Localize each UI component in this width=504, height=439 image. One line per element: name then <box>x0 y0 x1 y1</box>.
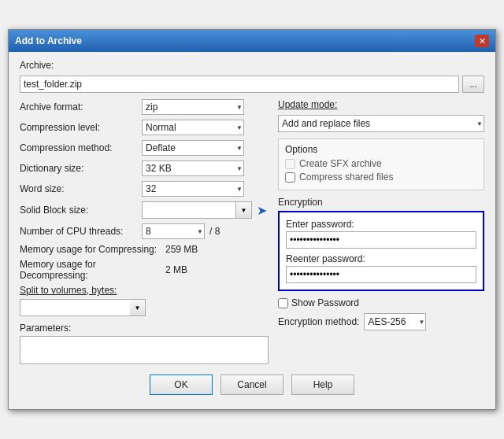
solid-block-input[interactable] <box>142 201 236 219</box>
enc-method-select[interactable]: AES-256ZipCryptoAES-128 <box>364 313 426 330</box>
dictionary-size-label: Dictionary size: <box>20 163 142 174</box>
encryption-box: Enter password: Reenter password: <box>278 211 484 291</box>
solid-block-input-wrap: ▼ ➤ <box>142 201 269 219</box>
dictionary-size-select[interactable]: 32 KB4 KB64 KB <box>142 160 244 176</box>
mem-compress-value: 259 MB <box>165 244 198 255</box>
compression-level-select-wrap: NormalStoreMaximum ▼ <box>142 120 244 135</box>
compression-method-label: Compression method: <box>20 142 142 153</box>
cpu-threads-label: Number of CPU threads: <box>20 226 142 237</box>
add-to-archive-dialog: Add to Archive ✕ Archive: ... Archive fo… <box>8 29 496 410</box>
enc-method-row: Encryption method: AES-256ZipCryptoAES-1… <box>278 313 484 330</box>
create-sfx-label: Create SFX archive <box>299 158 382 169</box>
cpu-threads-max: / 8 <box>209 226 220 237</box>
create-sfx-checkbox[interactable] <box>285 159 295 169</box>
mem-compress-row: Memory usage for Compressing: 259 MB <box>20 244 269 255</box>
split-input[interactable] <box>20 299 130 316</box>
options-section: Options Create SFX archive Compress shar… <box>278 138 484 190</box>
create-sfx-row: Create SFX archive <box>285 158 477 169</box>
mem-decompress-label: Memory usage for Decompressing: <box>20 259 165 281</box>
help-button[interactable]: Help <box>291 374 354 395</box>
browse-button[interactable]: ... <box>462 76 484 93</box>
dialog-body: Archive: ... Archive format: zip7ztar ▼ <box>9 52 495 409</box>
options-title: Options <box>285 144 477 155</box>
compress-shared-checkbox[interactable] <box>285 172 295 183</box>
enter-password-input[interactable] <box>286 231 476 249</box>
word-size-select-wrap: 321664 ▼ <box>142 181 244 197</box>
split-dropdown-btn[interactable]: ▼ <box>130 299 146 316</box>
right-column: Update mode: Add and replace files Updat… <box>278 99 484 367</box>
enc-method-label: Encryption method: <box>278 316 359 327</box>
close-button[interactable]: ✕ <box>475 35 489 47</box>
dictionary-size-select-wrap: 32 KB4 KB64 KB ▼ <box>142 160 244 176</box>
left-column: Archive format: zip7ztar ▼ Compression l… <box>20 99 269 367</box>
reenter-password-label: Reenter password: <box>286 253 476 264</box>
word-size-label: Word size: <box>20 183 142 194</box>
archive-input[interactable] <box>20 76 459 93</box>
update-mode-select-wrap: Add and replace files Update and add fil… <box>278 115 484 132</box>
compress-shared-label: Compress shared files <box>299 172 393 183</box>
two-col-layout: Archive format: zip7ztar ▼ Compression l… <box>20 99 484 367</box>
split-input-row: ▼ <box>20 299 269 316</box>
mem-compress-label: Memory usage for Compressing: <box>20 244 165 255</box>
compression-method-select[interactable]: DeflateDeflate64BZip2 <box>142 140 244 156</box>
enc-method-select-wrap: AES-256ZipCryptoAES-128 ▼ <box>364 313 426 330</box>
enter-password-label: Enter password: <box>286 219 476 230</box>
compression-level-row: Compression level: NormalStoreMaximum ▼ <box>20 120 269 135</box>
cpu-threads-select-wrap: 814 ▼ <box>142 223 205 239</box>
encryption-section-header: Encryption <box>278 197 484 208</box>
archive-input-row: ... <box>20 76 484 93</box>
mem-decompress-value: 2 MB <box>165 264 187 275</box>
word-size-row: Word size: 321664 ▼ <box>20 181 269 197</box>
compression-level-select[interactable]: NormalStoreMaximum <box>142 120 244 135</box>
mem-decompress-row: Memory usage for Decompressing: 2 MB <box>20 259 269 281</box>
cancel-button[interactable]: Cancel <box>220 374 284 395</box>
compress-shared-row: Compress shared files <box>285 172 477 183</box>
title-bar: Add to Archive ✕ <box>9 30 495 52</box>
cpu-threads-row: Number of CPU threads: 814 ▼ / 8 <box>20 223 269 239</box>
solid-block-label: Solid Block size: <box>20 205 142 216</box>
archive-row: Archive: <box>20 60 484 71</box>
update-mode-section: Update mode: <box>278 99 484 110</box>
show-password-label: Show Password <box>291 297 359 308</box>
split-label: Split to volumes, bytes: <box>20 285 117 296</box>
params-label: Parameters: <box>20 323 269 334</box>
reenter-password-input[interactable] <box>286 266 476 283</box>
update-mode-select-row: Add and replace files Update and add fil… <box>278 115 484 132</box>
cpu-threads-select[interactable]: 814 <box>142 223 205 239</box>
encryption-section-label: Encryption <box>278 197 323 208</box>
solid-block-dropdown-btn[interactable]: ▼ <box>236 201 252 219</box>
ok-button[interactable]: OK <box>150 374 213 395</box>
compression-method-row: Compression method: DeflateDeflate64BZip… <box>20 140 269 156</box>
compression-level-label: Compression level: <box>20 122 142 133</box>
solid-block-row: Solid Block size: ▼ ➤ <box>20 201 269 219</box>
update-mode-label: Update mode: <box>278 99 337 110</box>
compression-method-select-wrap: DeflateDeflate64BZip2 ▼ <box>142 140 244 156</box>
button-row: OK Cancel Help <box>20 367 484 401</box>
params-section: Parameters: <box>20 323 269 367</box>
params-input[interactable] <box>20 336 269 364</box>
split-label-row: Split to volumes, bytes: <box>20 285 269 296</box>
dialog-title: Add to Archive <box>15 35 82 46</box>
word-size-select[interactable]: 321664 <box>142 181 244 197</box>
arrow-indicator: ➤ <box>257 203 267 218</box>
show-password-checkbox[interactable] <box>278 298 288 308</box>
archive-label: Archive: <box>20 60 142 71</box>
update-mode-select[interactable]: Add and replace files Update and add fil… <box>278 115 484 132</box>
dictionary-size-row: Dictionary size: 32 KB4 KB64 KB ▼ <box>20 160 269 176</box>
archive-format-row: Archive format: zip7ztar ▼ <box>20 99 269 115</box>
archive-format-select[interactable]: zip7ztar <box>142 99 244 115</box>
archive-format-label: Archive format: <box>20 101 142 113</box>
show-password-row: Show Password <box>278 297 484 308</box>
archive-format-select-wrap: zip7ztar ▼ <box>142 99 244 115</box>
